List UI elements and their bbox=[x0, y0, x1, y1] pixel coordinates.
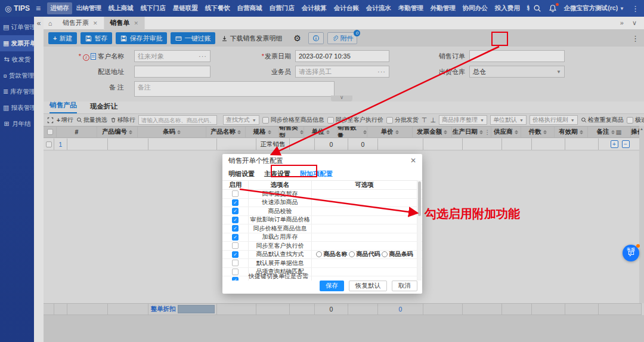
modal-config-table: 启用 选项名 可选项 回车提交暂存 bbox=[222, 180, 422, 281]
modal-tab[interactable]: 主表设置 bbox=[264, 170, 290, 178]
modal-table-header: 启用 选项名 可选项 bbox=[222, 181, 422, 190]
col-options: 可选项 bbox=[312, 181, 417, 189]
config-modal: 销售开单个性配置 ✕ 明细设置 主表设置 附加项配置 启用 选项名 可选项 bbox=[222, 154, 422, 294]
radio-label[interactable]: 商品代码 bbox=[357, 250, 380, 258]
config-row: 回车提交暂存 bbox=[222, 190, 422, 199]
option-name: 快捷键切换单位是否需要确认 bbox=[249, 276, 312, 281]
cancel-button[interactable]: 取消 bbox=[392, 281, 417, 291]
modal-title: 销售开单个性配置 bbox=[228, 156, 283, 165]
option-name: 商品校验 bbox=[249, 207, 312, 215]
col-option-name: 选项名 bbox=[249, 181, 312, 189]
radio-icon[interactable] bbox=[382, 251, 388, 257]
config-row: 审批影响订单商品价格 bbox=[222, 216, 422, 225]
radio-icon[interactable] bbox=[349, 251, 355, 257]
option-name: 审批影响订单商品价格 bbox=[249, 216, 312, 224]
notification-dot bbox=[636, 244, 640, 248]
enable-checkbox[interactable] bbox=[232, 242, 239, 249]
option-name: 同步价格至商品信息 bbox=[249, 224, 312, 233]
app-root: ◎ TIPS ≡ 进销存▼ 出纳管理▼ 线上商城▼ 线下门店▼ 星链联盟▼ 线下… bbox=[0, 0, 644, 342]
customer-service-button[interactable]: 客服 bbox=[623, 245, 639, 261]
option-name: 快速添加商品 bbox=[249, 199, 312, 207]
col-enable: 启用 bbox=[222, 181, 249, 189]
config-row: 商品校验 bbox=[222, 207, 422, 216]
option-name: 商品默认查找方式 bbox=[249, 251, 312, 259]
modal-header: 销售开单个性配置 ✕ bbox=[222, 154, 422, 167]
scrollbar-thumb[interactable] bbox=[418, 181, 421, 216]
annotation-text: 勾选启用附加功能 bbox=[425, 206, 520, 222]
enable-checkbox[interactable] bbox=[232, 199, 239, 206]
enable-checkbox[interactable] bbox=[232, 269, 239, 275]
option-name: 回车提交暂存 bbox=[249, 190, 312, 198]
enable-checkbox[interactable] bbox=[232, 234, 239, 241]
close-icon[interactable]: ✕ bbox=[410, 156, 416, 165]
enable-checkbox[interactable] bbox=[232, 251, 239, 258]
radio-label[interactable]: 商品条码 bbox=[389, 250, 413, 258]
enable-checkbox[interactable] bbox=[232, 208, 239, 214]
option-radio-group: 商品名称 商品代码 商品条码 bbox=[316, 250, 413, 258]
option-name: 默认展开单据信息 bbox=[249, 259, 312, 267]
config-row: 商品默认查找方式 商品名称 商品代码 商品条码 bbox=[222, 251, 422, 260]
option-name: 加载占用库存 bbox=[249, 233, 312, 242]
enable-checkbox[interactable] bbox=[232, 225, 239, 232]
modal-tab[interactable]: 明细设置 bbox=[228, 170, 255, 178]
modal-tab[interactable]: 附加项配置 bbox=[300, 170, 333, 178]
enable-checkbox[interactable] bbox=[232, 260, 239, 266]
reset-default-button[interactable]: 恢复默认 bbox=[349, 281, 387, 291]
enable-checkbox[interactable] bbox=[232, 217, 239, 223]
modal-scrollbar[interactable] bbox=[417, 180, 422, 281]
config-row: 同步价格至商品信息 bbox=[222, 224, 422, 233]
enable-checkbox[interactable] bbox=[232, 190, 239, 197]
config-row: 默认展开单据信息 bbox=[222, 259, 422, 268]
modal-footer: 保存 恢复默认 取消 bbox=[222, 281, 422, 294]
modal-rows: 回车提交暂存 快速添加商品 bbox=[222, 190, 422, 281]
radio-label[interactable]: 商品名称 bbox=[324, 250, 348, 258]
config-row: 加载占用库存 bbox=[222, 233, 422, 242]
radio-icon[interactable] bbox=[316, 251, 322, 257]
modal-tabs: 明细设置 主表设置 附加项配置 bbox=[222, 167, 422, 180]
save-button[interactable]: 保存 bbox=[320, 281, 344, 291]
config-row: 快捷键切换单位是否需要确认 bbox=[222, 276, 422, 281]
config-row: 快速添加商品 bbox=[222, 199, 422, 208]
config-row: 同步至客户执行价 bbox=[222, 242, 422, 251]
option-name: 同步至客户执行价 bbox=[249, 242, 312, 250]
